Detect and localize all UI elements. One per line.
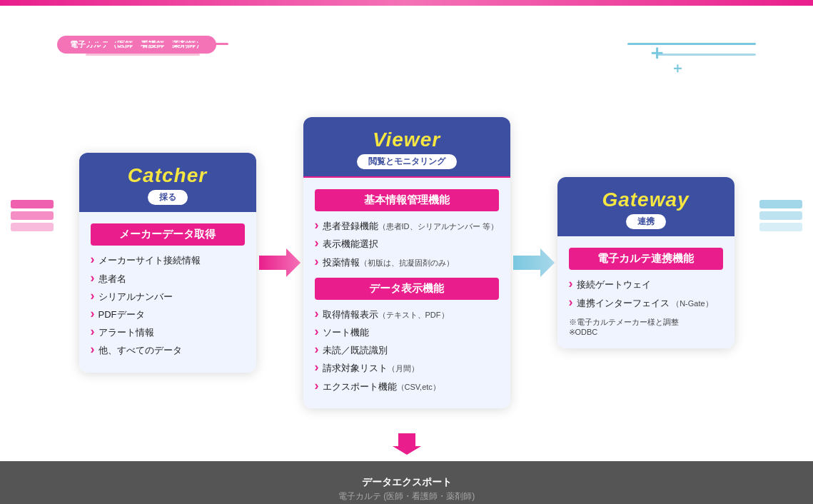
svg-marker-2	[393, 433, 421, 455]
catcher-header: Catcher 採る	[79, 153, 256, 212]
viewer-subtitle: 閲覧とモニタリング	[357, 154, 457, 169]
catcher-subtitle: 採る	[148, 190, 188, 205]
viewer-title: Viewer	[318, 128, 496, 151]
gateway-section-header: 電子カルテ連携機能	[569, 248, 723, 270]
list-item: 他、すべてのデータ	[91, 343, 245, 357]
catcher-items-list: メーカーサイト接続情報 患者名 シリアルナンバー PDFデータ アラート情報 他…	[91, 253, 245, 357]
arrow-catcher-to-viewer	[256, 247, 303, 278]
bottom-bar-label: データエクスポート	[362, 476, 452, 489]
deco-line-top-left2	[86, 54, 200, 56]
list-item: メーカーサイト接続情報	[91, 253, 245, 267]
list-item: 患者名	[91, 271, 245, 286]
list-item: PDFデータ	[91, 307, 245, 321]
catcher-section-header: メーカーデータ取得	[91, 223, 245, 246]
arrow-right-svg-2	[513, 247, 555, 278]
list-item: 未読／既読識別	[315, 343, 499, 357]
gateway-card: Gateway 連携 電子カルテ連携機能 接続ゲートウェイ 連携インターフェイス…	[557, 177, 734, 348]
catcher-body: メーカーデータ取得 メーカーサイト接続情報 患者名 シリアルナンバー PDFデー…	[79, 212, 256, 372]
list-item: エクスポート機能（CSV,etc）	[315, 379, 499, 393]
bottom-arrow	[393, 433, 421, 458]
plus-icon-1: ＋	[647, 39, 667, 66]
catcher-title: Catcher	[94, 164, 242, 187]
list-item: 患者登録機能（患者ID、シリアルナンバー 等）	[315, 218, 499, 233]
viewer-header: Viewer 閲覧とモニタリング	[303, 117, 510, 178]
arrow-right-svg	[259, 247, 301, 278]
viewer-section1-header: 基本情報管理機能	[315, 189, 499, 211]
gateway-title: Gateway	[572, 188, 720, 211]
main-layout: Catcher 採る メーカーデータ取得 メーカーサイト接続情報 患者名 シリア…	[0, 71, 813, 454]
list-item: ソート機能	[315, 325, 499, 339]
top-decorative-bar	[0, 0, 813, 6]
svg-marker-1	[513, 248, 555, 277]
list-item: 接続ゲートウェイ	[569, 277, 723, 291]
gateway-subtitle: 連携	[626, 214, 666, 229]
catcher-card: Catcher 採る メーカーデータ取得 メーカーサイト接続情報 患者名 シリア…	[79, 153, 256, 372]
viewer-section2-items: 取得情報表示（テキスト、PDF） ソート機能 未読／既読識別 請求対象リスト（月…	[315, 307, 499, 393]
bottom-arrow-svg	[393, 433, 421, 455]
svg-marker-0	[259, 248, 301, 277]
list-item: シリアルナンバー	[91, 289, 245, 303]
list-item: 連携インターフェイス （N-Gate）	[569, 296, 723, 310]
deco-line-top-right2	[656, 54, 756, 56]
viewer-section1-items: 患者登録機能（患者ID、シリアルナンバー 等） 表示機能選択 投薬情報（初版は、…	[315, 218, 499, 269]
viewer-section2-header: データ表示機能	[315, 278, 499, 300]
deco-line-top-left	[86, 43, 228, 45]
bottom-sublabel: 電子カルテ (医師・看護師・薬剤師)	[338, 490, 475, 503]
list-item: 取得情報表示（テキスト、PDF）	[315, 307, 499, 321]
viewer-card: Viewer 閲覧とモニタリング 基本情報管理機能 患者登録機能（患者ID、シリ…	[303, 117, 510, 408]
list-item: アラート情報	[91, 325, 245, 339]
gateway-notes: ※電子カルテメーカー様と調整 ※ODBC	[569, 317, 723, 337]
gateway-items-list: 接続ゲートウェイ 連携インターフェイス （N-Gate）	[569, 277, 723, 309]
list-item: 表示機能選択	[315, 236, 499, 251]
gateway-header: Gateway 連携	[557, 177, 734, 236]
viewer-body: 基本情報管理機能 患者登録機能（患者ID、シリアルナンバー 等） 表示機能選択 …	[303, 178, 510, 408]
list-item: 請求対象リスト（月間）	[315, 361, 499, 375]
list-item: 投薬情報（初版は、抗凝固剤のみ）	[315, 255, 499, 269]
arrow-viewer-to-gateway	[510, 247, 557, 278]
gateway-body: 電子カルテ連携機能 接続ゲートウェイ 連携インターフェイス （N-Gate） ※…	[557, 236, 734, 348]
